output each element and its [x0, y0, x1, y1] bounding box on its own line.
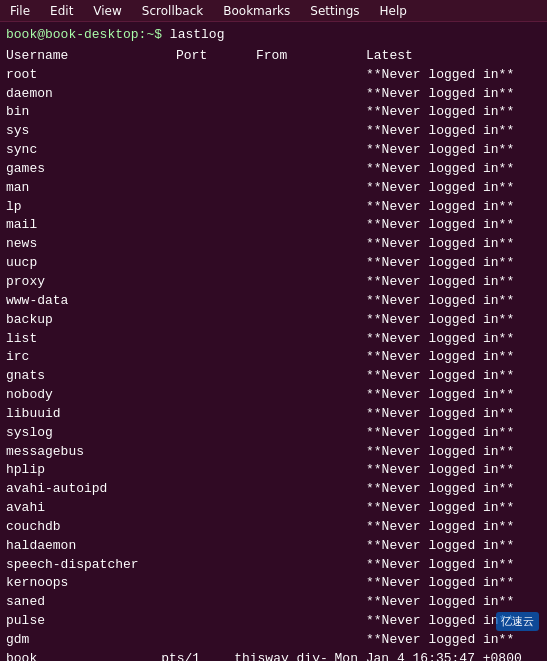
- cell-port: [176, 443, 256, 462]
- cell-latest: **Never logged in**: [366, 631, 514, 650]
- cell-from: [256, 311, 366, 330]
- cell-port: [176, 537, 256, 556]
- header-username: Username: [6, 47, 176, 66]
- cell-from: [256, 273, 366, 292]
- cell-port: [176, 66, 256, 85]
- table-row: sync**Never logged in**: [6, 141, 541, 160]
- cell-username: syslog: [6, 424, 176, 443]
- cell-from: [256, 254, 366, 273]
- cell-from: thisway_diy-pc: [234, 650, 334, 661]
- cell-username: libuuid: [6, 405, 176, 424]
- table-row: www-data**Never logged in**: [6, 292, 541, 311]
- cell-port: [176, 367, 256, 386]
- cell-username: root: [6, 66, 176, 85]
- cell-latest: **Never logged in**: [366, 480, 514, 499]
- cell-from: [256, 480, 366, 499]
- menu-help[interactable]: Help: [374, 3, 413, 19]
- cell-latest: **Never logged in**: [366, 574, 514, 593]
- cell-port: [176, 160, 256, 179]
- cell-username: nobody: [6, 386, 176, 405]
- cell-latest: **Never logged in**: [366, 198, 514, 217]
- menu-scrollback[interactable]: Scrollback: [136, 3, 209, 19]
- cell-from: [256, 443, 366, 462]
- cell-username: daemon: [6, 85, 176, 104]
- prompt: book@book-desktop:~$: [6, 27, 162, 42]
- cell-port: [176, 216, 256, 235]
- table-row: man**Never logged in**: [6, 179, 541, 198]
- menu-bookmarks[interactable]: Bookmarks: [217, 3, 296, 19]
- cell-latest: **Never logged in**: [366, 273, 514, 292]
- cell-latest: **Never logged in**: [366, 66, 514, 85]
- cell-port: [176, 122, 256, 141]
- rows-container: root**Never logged in**daemon**Never log…: [6, 66, 541, 661]
- cell-username: proxy: [6, 273, 176, 292]
- cell-port: [176, 330, 256, 349]
- cell-username: sync: [6, 141, 176, 160]
- cell-port: [176, 273, 256, 292]
- cell-from: [256, 348, 366, 367]
- table-row: list**Never logged in**: [6, 330, 541, 349]
- table-row: speech-dispatcher**Never logged in**: [6, 556, 541, 575]
- terminal-content[interactable]: book@book-desktop:~$ lastlog Username Po…: [0, 22, 547, 661]
- cell-from: [256, 631, 366, 650]
- cell-port: [176, 612, 256, 631]
- cell-from: [256, 66, 366, 85]
- cell-from: [256, 574, 366, 593]
- cell-username: haldaemon: [6, 537, 176, 556]
- cell-from: [256, 85, 366, 104]
- cell-from: [256, 518, 366, 537]
- cell-port: [176, 311, 256, 330]
- cell-username: couchdb: [6, 518, 176, 537]
- cell-latest: Mon Jan 4 16:35:47 +0800 2016: [335, 650, 541, 661]
- cell-latest: **Never logged in**: [366, 216, 514, 235]
- cell-latest: **Never logged in**: [366, 424, 514, 443]
- cell-username: lp: [6, 198, 176, 217]
- cell-from: [256, 235, 366, 254]
- cell-from: [256, 424, 366, 443]
- table-row: couchdb**Never logged in**: [6, 518, 541, 537]
- cell-username: irc: [6, 348, 176, 367]
- cell-latest: **Never logged in**: [366, 160, 514, 179]
- cell-from: [256, 141, 366, 160]
- table-row: syslog**Never logged in**: [6, 424, 541, 443]
- cell-latest: **Never logged in**: [366, 612, 514, 631]
- cell-from: [256, 499, 366, 518]
- cell-port: [176, 198, 256, 217]
- cell-latest: **Never logged in**: [366, 103, 514, 122]
- terminal-window: File Edit View Scrollback Bookmarks Sett…: [0, 0, 547, 661]
- cell-latest: **Never logged in**: [366, 443, 514, 462]
- table-row: avahi**Never logged in**: [6, 499, 541, 518]
- cell-username: man: [6, 179, 176, 198]
- menu-settings[interactable]: Settings: [304, 3, 365, 19]
- cell-port: [176, 556, 256, 575]
- cell-username: kernoops: [6, 574, 176, 593]
- cell-username: news: [6, 235, 176, 254]
- cell-from: [256, 556, 366, 575]
- cell-port: [176, 574, 256, 593]
- cell-latest: **Never logged in**: [366, 556, 514, 575]
- cell-latest: **Never logged in**: [366, 254, 514, 273]
- menu-file[interactable]: File: [4, 3, 36, 19]
- menu-bar: File Edit View Scrollback Bookmarks Sett…: [0, 0, 547, 22]
- menu-view[interactable]: View: [87, 3, 127, 19]
- cell-username: gnats: [6, 367, 176, 386]
- table-row: gdm**Never logged in**: [6, 631, 541, 650]
- cell-from: [256, 122, 366, 141]
- table-row: gnats**Never logged in**: [6, 367, 541, 386]
- table-row: uucp**Never logged in**: [6, 254, 541, 273]
- cell-from: [256, 461, 366, 480]
- cell-from: [256, 537, 366, 556]
- cell-username: saned: [6, 593, 176, 612]
- cell-latest: **Never logged in**: [366, 499, 514, 518]
- cell-username: avahi: [6, 499, 176, 518]
- cell-port: [176, 141, 256, 160]
- cell-latest: **Never logged in**: [366, 330, 514, 349]
- menu-edit[interactable]: Edit: [44, 3, 79, 19]
- header-port: Port: [176, 47, 256, 66]
- cell-from: [256, 103, 366, 122]
- header-from: From: [256, 47, 366, 66]
- table-row: pulse**Never logged in**: [6, 612, 541, 631]
- cell-username: avahi-autoipd: [6, 480, 176, 499]
- table-row: sys**Never logged in**: [6, 122, 541, 141]
- table-row: avahi-autoipd**Never logged in**: [6, 480, 541, 499]
